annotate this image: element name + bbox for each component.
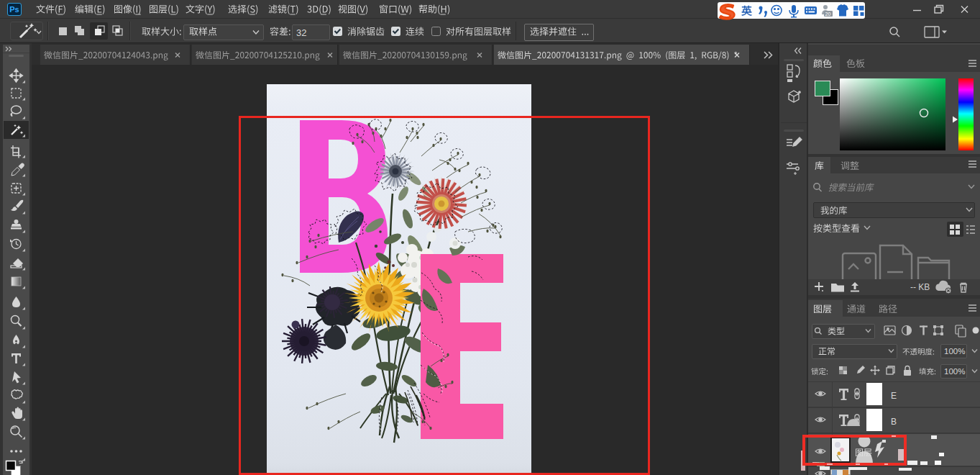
svg-text:20: 20 bbox=[825, 12, 831, 17]
